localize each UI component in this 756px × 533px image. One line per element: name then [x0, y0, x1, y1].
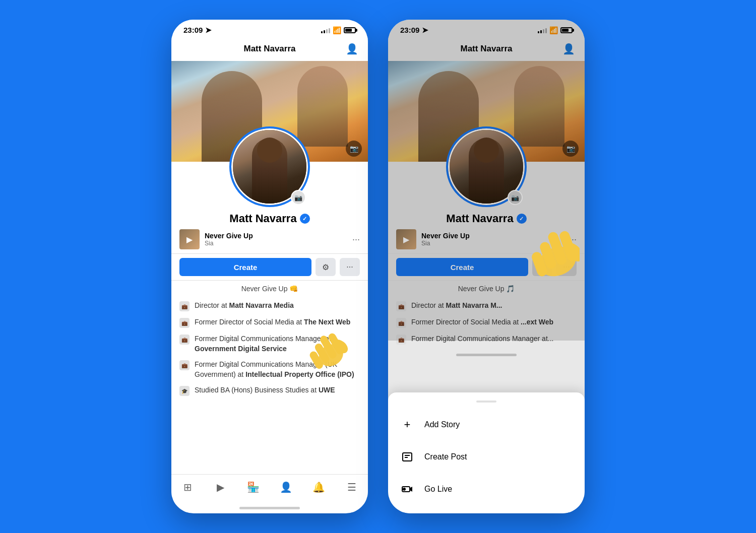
music-info-right: Never Give Up Sia — [421, 232, 564, 247]
bio-text-1-left: Director at Matt Navarra Media — [195, 301, 360, 311]
more-dots-icon-right: ··· — [563, 262, 570, 272]
more-button-left[interactable]: ··· — [340, 258, 360, 276]
go-live-label: Go Live — [424, 485, 452, 494]
music-more-left[interactable]: ··· — [352, 234, 360, 245]
nav-video-left[interactable]: ▶ — [211, 480, 231, 495]
bio-item-2-right: 💼 Former Director of Social Media at ...… — [396, 314, 577, 331]
bio-text-2-right: Former Director of Social Media at ...ex… — [411, 317, 577, 327]
work-icon-1-left: 💼 — [179, 301, 190, 311]
create-button-left[interactable]: Create — [179, 258, 311, 276]
nav-title-right: Matt Navarra — [461, 44, 513, 54]
nav-marketplace-left[interactable]: 🏪 — [243, 480, 264, 495]
work-icon-4-left: 💼 — [179, 360, 190, 370]
battery-icon-right — [560, 27, 573, 33]
camera-cover-button-right[interactable]: 📷 — [562, 141, 579, 157]
nav-profile-icon-right[interactable]: 👤 — [560, 41, 577, 57]
nav-bell-left[interactable]: 🔔 — [309, 480, 329, 495]
bio-item-1-left: 💼 Director at Matt Navarra Media — [179, 298, 360, 314]
create-post-item[interactable]: Create Post — [388, 441, 585, 473]
right-phone: 23:09 ➤ 📶 Matt Navarra 👤 📷 — [388, 20, 585, 513]
bio-item-1-right: 💼 Director at Matt Navarra M... — [396, 298, 577, 314]
music-title-left: Never Give Up — [205, 232, 347, 240]
profile-section-left: 📷 Matt Navarra ✓ — [171, 162, 368, 225]
bio-text-3-right: Former Digital Communications Manager at… — [411, 334, 577, 344]
bio-section-left: Never Give Up 👊 💼 Director at Matt Navar… — [171, 281, 368, 403]
nav-home-left[interactable]: ⊞ — [178, 480, 198, 495]
music-more-right[interactable]: ··· — [569, 234, 577, 245]
nav-profile-icon-left[interactable]: 👤 — [344, 41, 360, 57]
nav-profile-left[interactable]: 👤 — [276, 480, 296, 495]
bio-item-2-left: 💼 Former Director of Social Media at The… — [179, 314, 360, 331]
profile-name-left: Matt Navarra ✓ — [221, 212, 318, 225]
nav-menu-left[interactable]: ☰ — [342, 480, 362, 495]
bio-text-4-left: Former Digital Communications Manager (U… — [195, 360, 360, 379]
status-icons-left: 📶 — [321, 26, 356, 34]
music-thumbnail-left: ▶ — [179, 229, 200, 249]
work-icon-1-right: 💼 — [396, 301, 406, 311]
time-left: 23:09 ➤ — [183, 26, 212, 35]
avatar-wrapper-left: 📷 — [229, 126, 310, 207]
gear-button-left[interactable]: ⚙ — [316, 258, 336, 276]
signal-icon — [321, 27, 330, 33]
bio-item-5-left: 🎓 Studied BA (Hons) Business Studies at … — [179, 382, 360, 399]
add-story-item[interactable]: + Add Story — [388, 409, 585, 441]
battery-icon — [344, 27, 356, 33]
camera-avatar-button-left[interactable]: 📷 — [291, 190, 306, 205]
time-right: 23:09 ➤ — [400, 26, 428, 35]
music-bar-right: ▶ Never Give Up Sia ··· — [388, 225, 585, 254]
camera-avatar-button-right[interactable]: 📷 — [508, 190, 523, 205]
work-icon-2-right: 💼 — [396, 318, 406, 328]
create-post-label: Create Post — [424, 452, 467, 461]
work-icon-2-left: 💼 — [179, 318, 190, 328]
bio-text-2-left: Former Director of Social Media at The N… — [195, 317, 360, 327]
wifi-icon-right: 📶 — [549, 26, 558, 34]
bio-text-1-right: Director at Matt Navarra M... — [411, 301, 577, 311]
home-indicator-right — [456, 354, 517, 356]
music-artist-left: Sia — [205, 240, 347, 247]
verified-badge-right: ✓ — [517, 214, 527, 224]
create-post-icon — [398, 448, 416, 466]
avatar-wrapper-right: 📷 — [446, 126, 527, 207]
bottom-sheet-right: + Add Story Create Post Go Liv — [388, 392, 585, 513]
edu-icon-left: 🎓 — [179, 386, 190, 396]
create-button-right[interactable]: Create — [396, 258, 528, 276]
nav-bar-right: Matt Navarra 👤 — [388, 37, 585, 61]
status-bar-right: 23:09 ➤ 📶 — [388, 20, 585, 37]
signal-icon-right — [538, 27, 547, 33]
profile-name-right: Matt Navarra ✓ — [438, 212, 534, 225]
home-indicator-left — [239, 507, 300, 509]
sheet-handle — [476, 401, 496, 403]
music-info-left: Never Give Up Sia — [205, 232, 347, 247]
bio-item-3-left: 💼 Former Digital Communications Manager … — [179, 331, 360, 357]
music-thumbnail-right: ▶ — [396, 229, 416, 249]
more-button-right[interactable]: ··· — [556, 258, 577, 276]
action-row-right: Create ⚙ ··· — [388, 254, 585, 281]
bottom-nav-left: ⊞ ▶ 🏪 👤 🔔 ☰ — [171, 474, 368, 505]
go-live-icon — [398, 480, 416, 498]
bio-text-5-left: Studied BA (Hons) Business Studies at UW… — [195, 385, 360, 395]
status-icons-right: 📶 — [538, 26, 573, 34]
wifi-icon: 📶 — [333, 26, 341, 34]
camera-cover-button-left[interactable]: 📷 — [346, 141, 362, 157]
nav-bar-left: Matt Navarra 👤 — [171, 37, 368, 61]
work-icon-3-left: 💼 — [179, 335, 190, 345]
left-phone: 23:09 ➤ 📶 Matt Navarra 👤 📷 — [171, 20, 368, 513]
bio-status-left: Never Give Up 👊 — [179, 285, 360, 293]
bio-text-3-left: Former Digital Communications Manager at… — [195, 334, 360, 354]
svg-point-11 — [403, 488, 405, 490]
go-live-item[interactable]: Go Live — [388, 473, 585, 505]
music-bar-left: ▶ Never Give Up Sia ··· — [171, 225, 368, 254]
bio-section-right: Never Give Up 🎵 💼 Director at Matt Navar… — [388, 281, 585, 352]
music-title-right: Never Give Up — [421, 232, 564, 240]
music-artist-right: Sia — [421, 240, 564, 247]
profile-section-right: 📷 Matt Navarra ✓ — [388, 162, 585, 225]
add-story-label: Add Story — [424, 420, 460, 429]
bio-item-4-left: 💼 Former Digital Communications Manager … — [179, 357, 360, 382]
bio-item-3-right: 💼 Former Digital Communications Manager … — [396, 331, 577, 348]
work-icon-3-right: 💼 — [396, 335, 406, 345]
add-story-icon: + — [398, 416, 416, 434]
nav-title-left: Matt Navarra — [244, 44, 296, 54]
more-dots-icon-left: ··· — [346, 262, 353, 272]
action-row-left: Create ⚙ ··· — [171, 254, 368, 281]
gear-button-right[interactable]: ⚙ — [532, 258, 552, 276]
